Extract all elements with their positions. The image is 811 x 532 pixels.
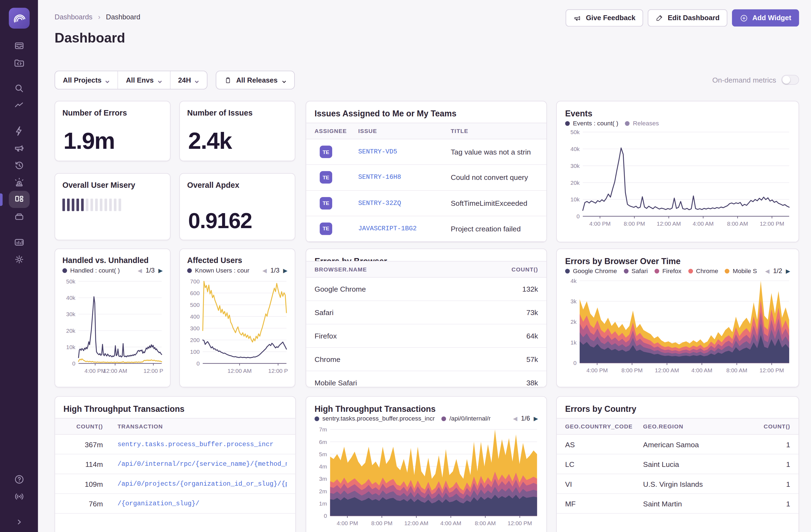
widget-errors-by-browser[interactable]: Errors by Browser BROWSER.NAME COUNT() G…: [306, 248, 547, 387]
legend-entry[interactable]: Firefox: [655, 267, 682, 275]
legend-entry[interactable]: Releases: [625, 120, 659, 127]
table-row[interactable]: VI U.S. Virgin Islands 1: [557, 474, 798, 494]
transaction-link[interactable]: /api/0/projects/{organization_id_or_slug…: [118, 480, 287, 488]
widget-errors-by-country[interactable]: Errors by Country GEO.COUNTRY_CODE GEO.R…: [556, 396, 799, 532]
table-row[interactable]: LC Saint Lucia 1: [557, 454, 798, 474]
table-row[interactable]: Safari 73k: [306, 301, 546, 324]
issue-link[interactable]: SENTRY-VD5: [358, 148, 451, 156]
pager-next-icon[interactable]: ▶: [283, 268, 288, 273]
pager-next-icon[interactable]: ▶: [158, 268, 163, 273]
transaction-link[interactable]: sentry.tasks.process_buffer.process_incr: [118, 441, 287, 448]
pager-prev-icon[interactable]: ◀: [262, 268, 267, 273]
column-header-assignee[interactable]: ASSIGNEE: [315, 128, 358, 134]
column-header-count[interactable]: COUNT(): [754, 423, 790, 429]
assignee-avatar[interactable]: TE: [320, 197, 332, 209]
table-row[interactable]: 109m /api/0/projects/{organization_id_or…: [55, 474, 295, 494]
column-header-browser-name[interactable]: BROWSER.NAME: [315, 266, 491, 273]
column-header-count[interactable]: COUNT(): [491, 266, 538, 273]
pager-prev-icon[interactable]: ◀: [765, 268, 769, 274]
sidebar-item-replays[interactable]: [9, 156, 29, 173]
table-row[interactable]: AS American Samoa 1: [557, 435, 798, 454]
handled-line-chart[interactable]: 010k20k30k40k50k4:00 PM12:00 AM12:00 P: [62, 278, 164, 376]
sidebar-item-releases[interactable]: [9, 208, 29, 225]
column-header-issue[interactable]: ISSUE: [358, 128, 451, 134]
table-row[interactable]: Chrome 57k: [306, 348, 546, 371]
table-row[interactable]: TE SENTRY-16H8 Could not convert query: [306, 165, 546, 191]
sentry-logo[interactable]: [9, 8, 29, 29]
table-row[interactable]: 76m /{organization_slug}/: [55, 494, 295, 514]
table-row[interactable]: MF Saint Martin 1: [557, 494, 798, 514]
assignee-avatar[interactable]: TE: [320, 171, 332, 184]
assignee-avatar[interactable]: TE: [320, 223, 332, 235]
edit-dashboard-button[interactable]: Edit Dashboard: [648, 9, 727, 27]
widget-events-chart[interactable]: Events Events : count( ) Releases: [556, 101, 799, 242]
breadcrumb-dashboards[interactable]: Dashboards: [55, 13, 92, 21]
legend-entry[interactable]: Known Users : cour: [187, 267, 249, 274]
table-row[interactable]: TE SENTRY-32ZQ SoftTimeLimitExceeded: [306, 191, 546, 216]
throughput-stacked-area-chart[interactable]: 01m2m3m4m5m6m7m4:00 PM8:00 PM12:00 AM4:0…: [315, 426, 539, 528]
releases-filter[interactable]: All Releases: [216, 71, 295, 89]
sidebar-item-traces[interactable]: [9, 97, 29, 114]
table-row[interactable]: TE SENTRY-VD5 Tag value was not a strin: [306, 139, 546, 165]
widget-overall-user-misery[interactable]: Overall User Misery: [55, 173, 170, 240]
sidebar-item-stats[interactable]: [9, 233, 29, 251]
sidebar-item-performance[interactable]: [9, 122, 29, 139]
date-range-filter[interactable]: 24H: [170, 71, 207, 89]
on-demand-metrics-toggle[interactable]: [781, 75, 799, 85]
table-row[interactable]: Google Chrome 132k: [306, 278, 546, 301]
legend-entry[interactable]: Chrome: [688, 267, 718, 275]
assignee-avatar[interactable]: TE: [320, 146, 332, 158]
legend-entry[interactable]: Mobile S: [725, 267, 757, 275]
legend-entry[interactable]: /api/0/internal/r: [442, 415, 491, 422]
browser-stacked-area-chart[interactable]: 01k2k3k4k4:00 PM8:00 PM12:00 AM4:00 AM8:…: [565, 278, 791, 376]
legend-entry[interactable]: Handled : count( ): [62, 267, 120, 274]
sidebar-item-feedback[interactable]: [9, 139, 29, 156]
sidebar-item-explore[interactable]: [9, 80, 29, 97]
column-header-region[interactable]: GEO.REGION: [643, 423, 754, 429]
widget-number-of-issues[interactable]: Number of Issues 2.4k: [179, 101, 295, 161]
column-header-transaction[interactable]: TRANSACTION: [118, 423, 287, 429]
transaction-link[interactable]: /{organization_slug}/: [118, 500, 287, 507]
pager-next-icon[interactable]: ▶: [534, 416, 538, 421]
issue-link[interactable]: SENTRY-16H8: [358, 174, 451, 181]
sidebar-collapse[interactable]: [9, 513, 29, 530]
sidebar-item-alerts[interactable]: [9, 173, 29, 191]
widget-issues-assigned[interactable]: Issues Assigned to Me or My Teams ASSIGN…: [306, 101, 547, 242]
project-filter[interactable]: All Projects: [55, 71, 118, 89]
legend-entry[interactable]: sentry.tasks.process_buffer.process_incr: [315, 415, 435, 422]
give-feedback-button[interactable]: Give Feedback: [566, 9, 643, 27]
sidebar-item-whats-new[interactable]: [9, 488, 29, 505]
widget-errors-by-browser-over-time[interactable]: Errors by Browser Over Time Google Chrom…: [556, 248, 799, 387]
widget-high-throughput-chart[interactable]: High Throughput Transactions sentry.task…: [306, 396, 547, 532]
sidebar-item-help[interactable]: [9, 470, 29, 488]
widget-handled-vs-unhandled[interactable]: Handled vs. Unhandled Handled : count( )…: [55, 248, 170, 387]
add-widget-button[interactable]: Add Widget: [732, 9, 799, 27]
issue-link[interactable]: SENTRY-32ZQ: [358, 199, 451, 207]
transaction-link[interactable]: /api/0/internal/rpc/{service_name}/{meth…: [118, 460, 287, 468]
column-header-country-code[interactable]: GEO.COUNTRY_CODE: [565, 423, 643, 429]
widget-number-of-errors[interactable]: Number of Errors 1.9m: [55, 101, 170, 161]
legend-entry[interactable]: Google Chrome: [565, 267, 617, 275]
table-row[interactable]: 367m sentry.tasks.process_buffer.process…: [55, 435, 295, 454]
table-row[interactable]: Firefox 64k: [306, 324, 546, 348]
pager-next-icon[interactable]: ▶: [786, 268, 790, 274]
environment-filter[interactable]: All Envs: [118, 71, 170, 89]
column-header-title[interactable]: TITLE: [451, 128, 538, 134]
widget-affected-users[interactable]: Affected Users Known Users : cour ◀ 1/3 …: [179, 248, 295, 387]
widget-overall-apdex[interactable]: Overall Apdex 0.9162: [179, 173, 295, 240]
table-row[interactable]: 114m /api/0/internal/rpc/{service_name}/…: [55, 454, 295, 474]
pager-prev-icon[interactable]: ◀: [513, 416, 517, 421]
events-line-chart[interactable]: 010k20k30k40k50k4:00 PM8:00 PM12:00 AM4:…: [565, 129, 791, 229]
affected-users-line-chart[interactable]: 010020030040050060070012:00 AM12:00 P: [187, 278, 289, 376]
sidebar-item-issues[interactable]: [9, 37, 29, 54]
table-row[interactable]: TE JAVASCRIPT-1BG2 Project creation fail…: [306, 216, 546, 242]
issue-link[interactable]: JAVASCRIPT-1BG2: [358, 225, 451, 232]
sidebar-item-settings[interactable]: [9, 251, 29, 268]
sidebar-item-dashboards[interactable]: [9, 191, 29, 208]
legend-entry[interactable]: Events : count( ): [565, 120, 618, 127]
sidebar-item-projects[interactable]: [9, 54, 29, 71]
legend-entry[interactable]: Safari: [624, 267, 648, 275]
widget-high-throughput-table[interactable]: High Throughput Transactions COUNT() TRA…: [55, 396, 296, 532]
table-row[interactable]: Mobile Safari 38k: [306, 371, 546, 387]
pager-prev-icon[interactable]: ◀: [138, 268, 142, 273]
